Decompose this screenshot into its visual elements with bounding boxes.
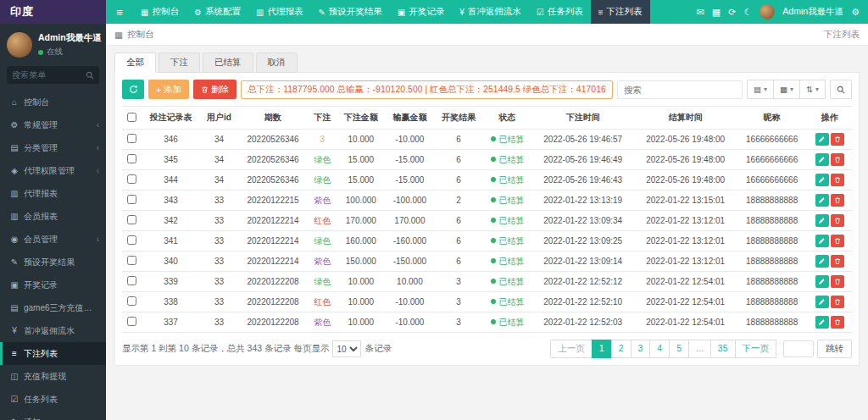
column-header[interactable]: 操作 xyxy=(807,107,852,130)
page-button[interactable]: 4 xyxy=(649,340,670,358)
column-header[interactable]: 下注金额 xyxy=(337,107,386,130)
refresh-icon[interactable]: ⟳ xyxy=(728,7,736,18)
row-checkbox[interactable] xyxy=(127,174,136,184)
grid-icon[interactable]: ▦ xyxy=(712,7,721,18)
sidebar-item[interactable]: ◈代理权限管理‹ xyxy=(0,159,106,182)
column-header[interactable]: 昵称 xyxy=(737,107,807,130)
row-delete-button[interactable] xyxy=(831,235,844,247)
column-header[interactable]: 下注 xyxy=(309,107,337,130)
column-header[interactable]: 下注时间 xyxy=(531,107,634,130)
sidebar-item[interactable]: ▤game6三方充值订单 xyxy=(0,296,106,319)
table-search-button[interactable] xyxy=(830,80,852,99)
breadcrumb-home[interactable]: 控制台 xyxy=(127,29,154,41)
filter-tab[interactable]: 已结算 xyxy=(203,52,253,73)
row-delete-button[interactable] xyxy=(831,275,844,288)
page-button[interactable]: 5 xyxy=(669,340,689,358)
row-delete-button[interactable] xyxy=(831,296,844,308)
column-header[interactable]: 开奖结果 xyxy=(434,107,483,130)
filter-tab[interactable]: 取消 xyxy=(256,52,298,73)
row-edit-button[interactable] xyxy=(815,296,829,308)
gear-icon[interactable]: ⚙ xyxy=(851,7,860,18)
select-all-checkbox[interactable] xyxy=(127,113,136,122)
row-checkbox[interactable] xyxy=(127,215,136,224)
row-checkbox[interactable] xyxy=(127,276,136,285)
row-edit-button[interactable] xyxy=(815,153,829,166)
row-checkbox[interactable] xyxy=(127,296,136,306)
jump-button[interactable]: 跳转 xyxy=(817,340,852,358)
column-header[interactable]: 期数 xyxy=(238,107,309,130)
sidebar-item[interactable]: ◫充值和提现 xyxy=(0,365,106,388)
sidebar-item[interactable]: ⌂控制台 xyxy=(0,91,106,113)
row-delete-button[interactable] xyxy=(831,214,844,227)
next-page-button[interactable]: 下一页 xyxy=(735,340,777,358)
top-nav-item[interactable]: ≡下注列表 xyxy=(591,0,650,24)
mail-icon[interactable]: ✉ xyxy=(697,7,704,18)
profile-avatar[interactable] xyxy=(7,32,32,58)
sidebar-item[interactable]: ▣开奖记录 xyxy=(0,274,106,296)
row-delete-button[interactable] xyxy=(831,153,844,166)
page-button[interactable]: 2 xyxy=(611,340,632,358)
delete-button[interactable]: 删除 xyxy=(193,80,236,99)
row-edit-button[interactable] xyxy=(815,214,829,227)
filter-tab[interactable]: 下注 xyxy=(159,52,200,73)
header-user-name[interactable]: Admin我最牛逼 xyxy=(782,6,843,18)
column-header[interactable]: 输赢金额 xyxy=(386,107,435,130)
sidebar-item[interactable]: ▥会员报表 xyxy=(0,205,106,228)
row-edit-button[interactable] xyxy=(815,275,829,288)
paging-toggle-button[interactable]: ▤▾ xyxy=(747,80,774,99)
top-nav-item[interactable]: ⚙系统配置 xyxy=(186,0,248,24)
row-edit-button[interactable] xyxy=(815,174,829,186)
export-button[interactable]: ⇅▾ xyxy=(799,80,826,99)
sidebar-item[interactable]: ⚙常规管理‹ xyxy=(0,113,106,136)
table-search-input[interactable] xyxy=(617,80,743,99)
page-button[interactable]: 35 xyxy=(710,340,736,358)
row-checkbox[interactable] xyxy=(127,154,136,163)
refresh-button[interactable] xyxy=(122,80,144,99)
column-header[interactable]: 投注记录表 xyxy=(142,107,201,130)
filter-tab[interactable]: 全部 xyxy=(114,52,156,73)
sidebar-item[interactable]: ◉会员管理‹ xyxy=(0,228,106,251)
row-delete-button[interactable] xyxy=(831,316,844,329)
top-nav-item[interactable]: ☑任务列表 xyxy=(529,0,591,24)
top-nav-item[interactable]: ▦控制台 xyxy=(133,0,186,24)
row-edit-button[interactable] xyxy=(815,235,829,247)
sidebar-item[interactable]: ≡下注列表 xyxy=(0,342,106,365)
top-nav-item[interactable]: ¥首冲返佣流水 xyxy=(452,0,529,24)
row-delete-button[interactable] xyxy=(831,133,844,146)
row-edit-button[interactable] xyxy=(815,255,829,268)
row-checkbox[interactable] xyxy=(127,256,136,265)
row-checkbox[interactable] xyxy=(127,235,136,245)
menu-toggle-icon[interactable]: ≡ xyxy=(106,0,133,24)
avatar[interactable] xyxy=(760,4,775,19)
column-header[interactable]: 结算时间 xyxy=(634,107,737,130)
search-icon[interactable] xyxy=(86,71,94,80)
sidebar-search-input[interactable] xyxy=(12,66,86,84)
page-button[interactable]: 1 xyxy=(592,340,612,358)
sidebar-item[interactable]: ▥代理报表 xyxy=(0,182,106,205)
add-button[interactable]: + 添加 xyxy=(148,80,189,99)
row-checkbox[interactable] xyxy=(127,134,136,143)
prev-page-button[interactable]: 上一页 xyxy=(550,340,593,358)
row-edit-button[interactable] xyxy=(815,133,829,146)
top-nav-item[interactable]: ▥代理报表 xyxy=(248,0,310,24)
columns-button[interactable]: ▦▾ xyxy=(773,80,800,99)
row-checkbox[interactable] xyxy=(127,317,136,326)
sidebar-item[interactable]: ▤分类管理‹ xyxy=(0,136,106,159)
column-header[interactable]: 状态 xyxy=(483,107,532,130)
brand-logo[interactable]: 印度 xyxy=(0,0,106,24)
row-delete-button[interactable] xyxy=(831,194,844,207)
moon-icon[interactable]: ☾ xyxy=(743,7,752,18)
row-checkbox[interactable] xyxy=(127,195,136,204)
row-edit-button[interactable] xyxy=(815,194,829,207)
sidebar-item[interactable]: ¥首冲返佣流水 xyxy=(0,319,106,342)
top-nav-item[interactable]: ▣开奖记录 xyxy=(390,0,452,24)
sidebar-item[interactable]: ⚑通知 xyxy=(0,411,106,420)
top-nav-item[interactable]: ✎预设开奖结果 xyxy=(310,0,389,24)
column-header[interactable]: 用户id xyxy=(200,107,237,130)
page-button[interactable]: 3 xyxy=(631,340,651,358)
page-size-select[interactable]: 10 xyxy=(332,340,361,357)
row-edit-button[interactable] xyxy=(815,316,829,329)
sidebar-item[interactable]: ✎预设开奖结果 xyxy=(0,251,106,274)
row-delete-button[interactable] xyxy=(831,174,844,186)
row-delete-button[interactable] xyxy=(831,255,844,268)
